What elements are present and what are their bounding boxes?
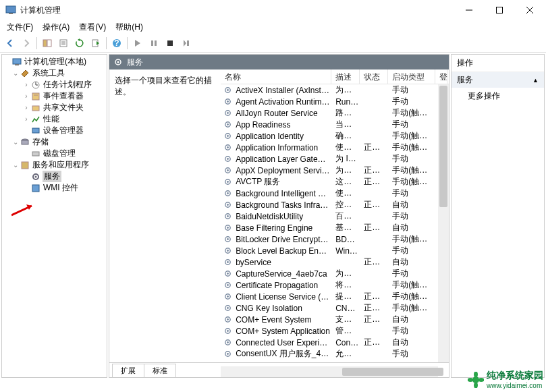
cell-name: Certificate Propagation — [233, 281, 333, 290]
service-row[interactable]: AVCTP 服务 这是… 正在… 手动(触发… 本 — [221, 176, 449, 188]
menu-help[interactable]: 帮助(H) — [111, 21, 147, 34]
description-text: 选择一个项目来查看它的描述。 — [115, 75, 215, 98]
help-button[interactable]: ? — [109, 36, 124, 51]
cell-desc: 这是… — [333, 176, 361, 188]
collapse-icon[interactable]: ⌄ — [11, 161, 20, 169]
export-button[interactable] — [88, 36, 103, 51]
collapse-icon[interactable]: ⌄ — [11, 69, 20, 77]
tree-root[interactable]: 计算机管理(本地) — [24, 56, 87, 67]
col-status[interactable]: 状态 — [360, 69, 388, 84]
start-service-button[interactable] — [130, 36, 145, 51]
col-description[interactable]: 描述 — [331, 69, 360, 84]
close-button[interactable] — [514, 0, 545, 20]
cell-desc: 提供… — [333, 291, 361, 302]
tree-wmi[interactable]: WMI 控件 — [43, 182, 79, 194]
cell-startup: 手动 — [389, 153, 437, 165]
cell-desc: 基本… — [333, 222, 361, 233]
collapse-icon[interactable]: ⌄ — [11, 138, 20, 146]
tree-services-apps[interactable]: 服务和应用程序 — [32, 159, 90, 171]
maximize-button[interactable] — [484, 0, 514, 20]
service-row[interactable]: Application Identity 确定… 手动(触发… 本 — [221, 130, 449, 142]
menu-action[interactable]: 操作(A) — [38, 21, 74, 34]
service-row[interactable]: Agent Activation Runtime … Run… 手动 本 — [221, 96, 449, 107]
cell-startup: 自动 — [389, 222, 437, 233]
gear-icon — [222, 155, 233, 163]
col-account[interactable]: 登 — [435, 69, 447, 84]
tree-shared-folders[interactable]: 共享文件夹 — [43, 102, 84, 113]
menubar: 文件(F) 操作(A) 查看(V) 帮助(H) — [0, 20, 546, 34]
minimize-button[interactable] — [454, 0, 484, 20]
expand-icon[interactable]: › — [22, 115, 30, 123]
service-row[interactable]: Application Layer Gateway … 为 In… 手动 本 — [221, 153, 449, 165]
service-row[interactable]: Background Tasks Infrastru… 控制… 正在… 自动 本 — [221, 199, 449, 211]
service-row[interactable]: ConsentUX 用户服务_4aeb… 允许… 手动 本 — [221, 348, 449, 360]
tree-performance[interactable]: 性能 — [43, 113, 60, 125]
tree-task-scheduler[interactable]: 任务计划程序 — [43, 79, 92, 90]
watermark-name: 纯净系统家园 — [487, 370, 543, 382]
stop-service-button[interactable] — [163, 36, 178, 51]
cell-desc: 为 In… — [333, 153, 361, 165]
tab-extended[interactable]: 扩展 — [112, 364, 144, 377]
svg-rect-18 — [187, 40, 189, 46]
svg-point-76 — [227, 307, 229, 309]
horizontal-scrollbar[interactable] — [221, 366, 438, 377]
restart-service-button[interactable] — [179, 36, 194, 51]
service-row[interactable]: Block Level Backup Engine … Win… 手动 本 — [221, 245, 449, 256]
cell-startup: 手动 — [389, 84, 437, 96]
service-row[interactable]: CaptureService_4aeb7ca 为调… 手动 本 — [221, 268, 449, 279]
svg-rect-3 — [496, 7, 502, 13]
service-row[interactable]: AppX Deployment Service (… 为部… 正在… 手动(触发… — [221, 165, 449, 176]
gear-icon — [222, 349, 233, 358]
expand-icon[interactable]: › — [22, 92, 30, 100]
forward-button[interactable] — [19, 36, 34, 51]
menu-file[interactable]: 文件(F) — [3, 21, 37, 34]
show-hide-tree-button[interactable] — [40, 36, 55, 51]
back-button[interactable] — [3, 36, 18, 51]
service-row[interactable]: BitLocker Drive Encryption … BDE… 手动(触发…… — [221, 233, 449, 245]
tree-system-tools[interactable]: 系统工具 — [32, 67, 65, 79]
svg-point-56 — [227, 192, 229, 194]
service-row[interactable]: COM+ Event System 支持… 正在… 自动 本 — [221, 314, 449, 325]
tree-device-manager[interactable]: 设备管理器 — [43, 125, 84, 136]
tree-services[interactable]: 服务 — [43, 171, 61, 182]
service-row[interactable]: CNG Key Isolation CN… 正在… 手动(触发… 本 — [221, 302, 449, 314]
services-list[interactable]: 名称 描述 状态 启动类型 登 ActiveX Installer (AxIns… — [221, 69, 449, 362]
properties-button[interactable] — [56, 36, 71, 51]
actions-section[interactable]: 服务 ▲ — [452, 72, 544, 88]
col-startup[interactable]: 启动类型 — [388, 69, 435, 84]
tree-storage[interactable]: 存储 — [32, 136, 49, 148]
service-row[interactable]: COM+ System Application 管理… 手动 本 — [221, 325, 449, 337]
svg-point-66 — [227, 250, 229, 252]
service-row[interactable]: AllJoyn Router Service 路由… 手动(触发… 本 — [221, 107, 449, 119]
service-row[interactable]: byService 正在… 自动 本 — [221, 256, 449, 268]
service-row[interactable]: ActiveX Installer (AxInstSV) 为从… 手动 本 — [221, 84, 449, 96]
tree-event-viewer[interactable]: 事件查看器 — [43, 90, 84, 102]
gear-icon — [222, 235, 233, 244]
service-row[interactable]: Client License Service (Clip… 提供… 正在… 手动… — [221, 291, 449, 302]
cell-status: 正在… — [361, 314, 389, 325]
service-row[interactable]: Connected User Experienc… Con… 正在… 自动 本 — [221, 337, 449, 348]
nav-tree[interactable]: 计算机管理(本地) ⌄系统工具 ›任务计划程序 ›事件查看器 ›共享文件夹 ›性… — [1, 54, 107, 378]
tree-disk-management[interactable]: 磁盘管理 — [43, 148, 76, 159]
expand-icon[interactable]: › — [22, 81, 30, 88]
service-row[interactable]: Certificate Propagation 将用… 手动(触发… 本 — [221, 279, 449, 291]
svg-point-36 — [117, 61, 119, 63]
watermark-url: www.yidaimei.com — [487, 382, 543, 389]
menu-view[interactable]: 查看(V) — [75, 21, 110, 34]
service-row[interactable]: Base Filtering Engine 基本… 正在… 自动 本 — [221, 222, 449, 233]
col-name[interactable]: 名称 — [221, 69, 331, 84]
cell-startup: 手动(触发… — [389, 130, 437, 142]
tools-icon — [20, 68, 30, 79]
pause-service-button[interactable] — [146, 36, 161, 51]
vertical-scrollbar[interactable] — [438, 84, 449, 362]
expand-icon[interactable]: › — [22, 104, 30, 111]
tab-standard[interactable]: 标准 — [144, 364, 176, 377]
service-row[interactable]: BaiduNetdiskUtility 百度… 手动 本 — [221, 211, 449, 222]
service-row[interactable]: Background Intelligent Tra… 使用… 手动 本 — [221, 188, 449, 199]
actions-more[interactable]: 更多操作 — [452, 88, 544, 105]
service-row[interactable]: App Readiness 当用… 手动 本 — [221, 119, 449, 130]
refresh-button[interactable] — [72, 36, 87, 51]
cell-startup: 手动(触发… — [389, 302, 437, 314]
cell-name: AllJoyn Router Service — [233, 109, 333, 118]
service-row[interactable]: Application Information 使用… 正在… 手动(触发… 本 — [221, 142, 449, 153]
